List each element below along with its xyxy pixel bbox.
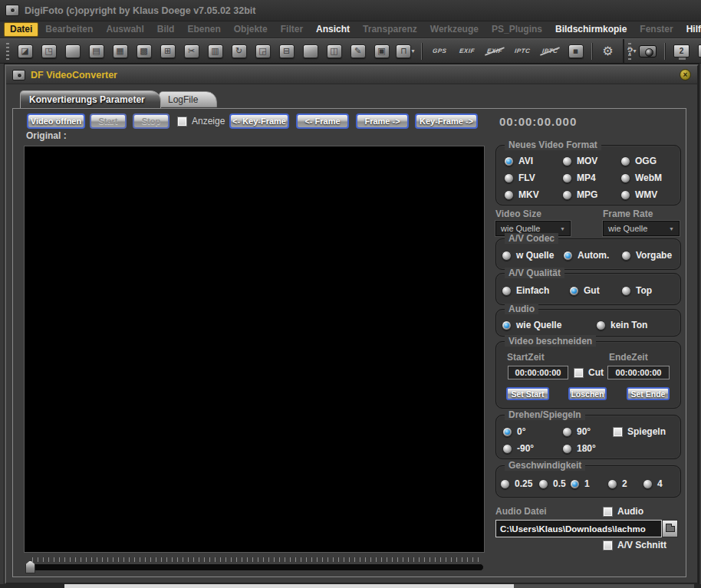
tab-logfile[interactable]: LogFile (159, 91, 217, 107)
open-button[interactable] (38, 41, 59, 61)
radio-dot (562, 173, 572, 183)
exif-button[interactable]: EXIF (455, 41, 479, 61)
audio-file-input[interactable]: C:\Users\Klaus\Downloads\lachmo (495, 520, 662, 537)
thumbnails-button[interactable] (110, 41, 130, 61)
radio-speed-2[interactable]: 2 (607, 478, 643, 489)
menu-datei[interactable]: Datei (4, 22, 38, 37)
radio-avi[interactable]: AVI (504, 156, 562, 166)
set-start-button[interactable]: Set Start (506, 387, 549, 400)
av-schnitt-checkbox[interactable] (603, 540, 613, 550)
radio-mpg[interactable]: MPG (562, 189, 620, 200)
iptc-off-button[interactable]: IPTC (538, 41, 562, 61)
menu-ansicht[interactable]: Ansicht (310, 22, 356, 37)
av-schnitt-checkbox-row: A/V Schnitt (603, 540, 666, 550)
stop-button[interactable]: Stop (133, 113, 169, 129)
color-picker-icon (350, 44, 366, 58)
audio-checkbox[interactable] (603, 507, 613, 517)
frame-rate-select[interactable]: wie Quelle (603, 221, 680, 236)
end-time-input[interactable]: 00:00:00:00 (607, 366, 670, 379)
gps-button[interactable]: GPS (427, 41, 452, 61)
loeschen-button[interactable]: Löschen (568, 387, 607, 400)
radio-codec-vorgabe[interactable]: Vorgabe (621, 250, 680, 261)
window-title: DigiFoto (c)opyright by Klaus Doege v7.0… (25, 5, 255, 16)
group-audio: Audio wie Quelle kein Ton (495, 309, 681, 337)
radio-mp4[interactable]: MP4 (562, 172, 620, 183)
start-button[interactable]: Start (90, 113, 127, 129)
slider-track[interactable] (31, 563, 484, 571)
snapshot-tool-button[interactable] (181, 41, 202, 61)
video-preview (24, 146, 485, 553)
radio-codec-quelle[interactable]: w Quelle (502, 250, 563, 261)
iptc-button[interactable]: IPTC (510, 41, 535, 61)
radio-quality-top[interactable]: Top (621, 285, 680, 296)
cut-checkbox[interactable] (574, 368, 584, 378)
filmstrip-button[interactable] (205, 41, 225, 61)
filmstrip-icon (208, 44, 223, 58)
exif-off-icon: EXIF (487, 48, 503, 54)
paste-button[interactable] (86, 41, 107, 61)
radio-label: 90° (577, 426, 591, 437)
menu-filter: Filter (275, 22, 309, 37)
pages-stack-button[interactable] (324, 41, 344, 61)
export-page-button[interactable] (252, 41, 273, 61)
radio-ogg[interactable]: OGG (620, 156, 680, 166)
radio-speed-05[interactable]: 0.5 (538, 478, 570, 489)
radio-flv[interactable]: FLV (504, 172, 562, 183)
grid-button[interactable] (157, 41, 178, 61)
radio-quality-gut[interactable]: Gut (569, 285, 621, 296)
radio-webm[interactable]: WebM (620, 172, 680, 183)
spiegeln-checkbox[interactable] (613, 427, 623, 437)
radio-audio-kein-ton[interactable]: kein Ton (596, 320, 680, 330)
monitor-2-button[interactable]: 2 (671, 41, 692, 61)
anzeige-checkbox[interactable] (177, 117, 187, 126)
radio-speed-025[interactable]: 0.25 (500, 478, 538, 489)
set-ende-button[interactable]: Set Ende (627, 387, 670, 400)
radio-speed-1[interactable]: 1 (570, 478, 607, 489)
exif-off-button[interactable]: EXIF (482, 41, 507, 61)
radio-mov[interactable]: MOV (562, 156, 620, 166)
layers-button[interactable] (371, 41, 392, 61)
page-button[interactable] (300, 41, 321, 61)
screenshot-button[interactable] (637, 41, 658, 61)
group-speed: Geschwindigkeit 0.25 0.5 1 2 4 (495, 465, 681, 498)
radio-wmv[interactable]: WMV (620, 189, 680, 200)
start-time-input[interactable]: 00:00:00:00 (508, 366, 568, 379)
color-picker-button[interactable] (347, 41, 368, 61)
photo-button[interactable] (133, 41, 154, 61)
new-file-button[interactable] (62, 41, 83, 61)
timeline-slider[interactable] (25, 557, 484, 574)
radio-rotate-neg90[interactable]: -90° (502, 443, 562, 454)
monitor-button[interactable] (696, 41, 701, 61)
toolbar-grip[interactable] (628, 43, 631, 60)
slider-thumb[interactable] (25, 560, 35, 573)
close-button[interactable] (680, 69, 691, 80)
radio-quality-einfach[interactable]: Einfach (502, 285, 569, 296)
folder-pages-button[interactable] (276, 41, 297, 61)
menu-hilfe[interactable]: Hilfe (680, 22, 701, 37)
toolbar-separator (591, 43, 592, 60)
radio-mkv[interactable]: MKV (504, 189, 562, 200)
radio-rotate-0[interactable]: 0° (502, 426, 562, 437)
video-open-button[interactable]: Video öffnen (27, 113, 85, 129)
toolbar-grip[interactable] (6, 43, 9, 60)
image-button[interactable] (15, 41, 35, 61)
radio-codec-autom[interactable]: Autom. (563, 250, 621, 261)
radio-rotate-90[interactable]: 90° (562, 426, 613, 437)
rotate-button[interactable] (229, 41, 249, 61)
radio-label: 0.25 (515, 478, 532, 489)
radio-speed-4[interactable]: 4 (643, 478, 680, 489)
radio-audio-quelle[interactable]: wie Quelle (502, 320, 596, 330)
radio-dot (607, 479, 617, 489)
tab-konvertierungs-parameter[interactable]: Konvertierungs Parameter (20, 90, 161, 108)
browse-button[interactable] (662, 520, 678, 537)
radio-rotate-180[interactable]: 180° (562, 443, 613, 454)
lock-button[interactable]: ▾ (395, 41, 416, 61)
frame-forward-button[interactable]: Frame -> (356, 113, 409, 129)
key-frame-back-button[interactable]: <- Key-Frame (229, 113, 289, 129)
frame-back-button[interactable]: <- Frame (296, 113, 349, 129)
menu-bildschirmkopie[interactable]: Bildschirmkopie (549, 22, 633, 37)
key-frame-forward-button[interactable]: Key-Frame -> (415, 113, 478, 129)
spiegeln-label: Spiegeln (627, 426, 666, 437)
save-button[interactable] (565, 41, 586, 61)
settings-button[interactable]: ⚙ (597, 41, 618, 61)
